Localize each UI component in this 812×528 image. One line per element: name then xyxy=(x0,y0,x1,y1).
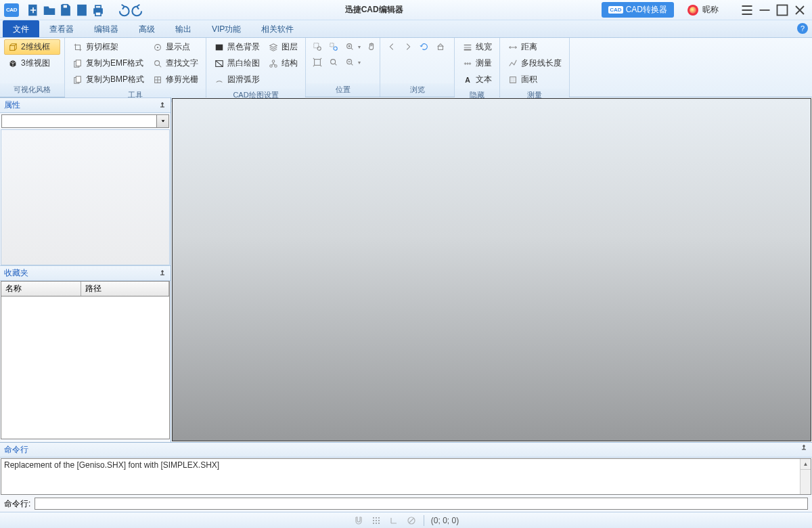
export-pdf-icon[interactable]: A xyxy=(74,3,89,18)
command-input[interactable] xyxy=(35,498,808,510)
btn-zoom-out[interactable]: ▾ xyxy=(342,55,363,70)
pin-icon[interactable] xyxy=(158,269,166,278)
ruler-icon xyxy=(462,58,473,69)
text-icon: A xyxy=(462,74,473,85)
crop-icon xyxy=(72,42,83,53)
svg-rect-30 xyxy=(438,46,443,49)
svg-rect-12 xyxy=(76,76,81,82)
favorites-body xyxy=(1,296,169,439)
osnap-icon[interactable] xyxy=(406,515,417,526)
btn-polyline-length[interactable]: 多段线长度 xyxy=(504,56,565,71)
btn-zoom-window[interactable] xyxy=(310,39,325,54)
help-icon[interactable]: ? xyxy=(797,23,808,34)
tab-advanced[interactable]: 高级 xyxy=(129,20,165,37)
open-file-icon[interactable] xyxy=(42,3,57,18)
svg-point-23 xyxy=(317,47,321,50)
tab-viewer[interactable]: 查看器 xyxy=(39,20,84,37)
btn-3d-view[interactable]: 3维视图 xyxy=(4,56,60,71)
btn-trim-raster[interactable]: 修剪光栅 xyxy=(149,72,202,87)
favorites-col-name[interactable]: 名称 xyxy=(1,282,81,296)
tab-file[interactable]: 文件 xyxy=(3,20,39,37)
undo-icon[interactable] xyxy=(115,3,130,18)
btn-find-text[interactable]: 查找文字 xyxy=(149,56,202,71)
maximize-button[interactable] xyxy=(774,3,790,18)
btn-nav-back[interactable] xyxy=(384,39,399,54)
svg-rect-1 xyxy=(63,4,68,8)
cad-converter-button[interactable]: CAD CAD转换器 xyxy=(602,2,674,18)
snap-magnet-icon[interactable] xyxy=(353,515,364,526)
search-icon xyxy=(152,58,163,69)
btn-zoom-extents[interactable] xyxy=(310,55,325,70)
svg-rect-5 xyxy=(95,5,101,8)
menu-icon[interactable] xyxy=(739,3,755,18)
btn-structure[interactable]: 结构 xyxy=(265,56,301,71)
btn-bw-draw[interactable]: 黑白绘图 xyxy=(210,56,263,71)
btn-copy-bmp[interactable]: 复制为BMP格式 xyxy=(69,72,148,87)
btn-lineweight[interactable]: 线宽 xyxy=(459,39,495,55)
svg-rect-8 xyxy=(10,45,15,50)
btn-layers[interactable]: 图层 xyxy=(265,39,301,55)
scroll-up-icon[interactable]: ▲ xyxy=(800,459,811,470)
btn-distance[interactable]: 距离 xyxy=(504,39,565,55)
redo-icon[interactable] xyxy=(131,3,146,18)
properties-combobox[interactable] xyxy=(1,114,169,128)
pin-icon[interactable] xyxy=(800,444,808,452)
btn-nav-refresh[interactable] xyxy=(417,39,432,54)
sidebar: 属性 收藏夹 名称 路径 xyxy=(0,97,171,442)
btn-2d-wireframe[interactable]: 2维线框 xyxy=(4,39,60,55)
black-bg-icon xyxy=(214,42,225,53)
command-header: 命令行 xyxy=(0,443,812,458)
btn-smooth-arc[interactable]: 圆滑弧形 xyxy=(210,72,263,87)
scrollbar[interactable]: ▲ xyxy=(800,459,811,494)
favorites-col-path[interactable]: 路径 xyxy=(81,282,169,296)
svg-point-40 xyxy=(376,523,377,524)
btn-black-bg[interactable]: 黑色背景 xyxy=(210,39,263,55)
pin-icon[interactable] xyxy=(158,102,166,110)
svg-rect-17 xyxy=(216,44,223,50)
tab-output[interactable]: 输出 xyxy=(165,20,202,37)
grid-icon[interactable] xyxy=(371,515,382,526)
user-avatar-icon xyxy=(687,5,698,16)
btn-show-points[interactable]: 显示点 xyxy=(149,39,202,55)
new-file-icon[interactable] xyxy=(26,3,41,18)
bw-icon xyxy=(214,58,225,69)
btn-zoom-in[interactable]: ▾ xyxy=(342,39,363,54)
minimize-button[interactable] xyxy=(757,3,773,18)
btn-nav-home[interactable] xyxy=(433,39,448,54)
tab-editor[interactable]: 编辑器 xyxy=(84,20,129,37)
btn-zoom-selection[interactable] xyxy=(326,39,341,54)
btn-text-hide[interactable]: A文本 xyxy=(459,72,495,87)
print-icon[interactable] xyxy=(91,3,106,18)
svg-point-37 xyxy=(376,520,377,521)
drawing-canvas[interactable] xyxy=(172,98,811,441)
command-prompt-label: 命令行: xyxy=(4,498,30,510)
svg-point-41 xyxy=(378,523,380,524)
ribbon: 2维线框 3维视图 可视化风格 剪切框架 复制为EMF格式 复制为BMP格式 显… xyxy=(0,38,812,97)
menu-tabbar: 文件 查看器 编辑器 高级 输出 VIP功能 相关软件 ? xyxy=(0,20,812,38)
tab-vip[interactable]: VIP功能 xyxy=(202,20,251,37)
tab-related[interactable]: 相关软件 xyxy=(251,20,304,37)
user-account[interactable]: 昵称 xyxy=(687,4,719,16)
svg-point-19 xyxy=(272,60,275,62)
home-icon xyxy=(435,41,446,52)
chevron-down-icon[interactable] xyxy=(156,115,168,127)
btn-zoom-prev[interactable] xyxy=(326,55,341,70)
ortho-icon[interactable] xyxy=(388,515,399,526)
command-area: 命令行 Replacement of the [Geniso.SHX] font… xyxy=(0,442,812,512)
cube-2d-icon xyxy=(7,42,18,53)
btn-pan[interactable] xyxy=(364,39,379,54)
btn-clip-frame[interactable]: 剪切框架 xyxy=(69,39,148,55)
close-button[interactable] xyxy=(792,3,808,18)
layers-icon xyxy=(268,42,279,53)
app-title: 迅捷CAD编辑器 xyxy=(146,4,602,16)
properties-panel-body xyxy=(1,129,170,265)
btn-copy-emf[interactable]: 复制为EMF格式 xyxy=(69,56,148,71)
btn-area[interactable]: 面积 xyxy=(504,72,565,87)
svg-rect-25 xyxy=(330,43,334,47)
save-icon[interactable] xyxy=(58,3,73,18)
btn-nav-fwd[interactable] xyxy=(401,39,415,54)
trim-icon xyxy=(152,74,163,85)
svg-point-39 xyxy=(373,523,374,524)
btn-measure-hide[interactable]: 测量 xyxy=(459,56,495,71)
svg-point-27 xyxy=(331,60,336,64)
